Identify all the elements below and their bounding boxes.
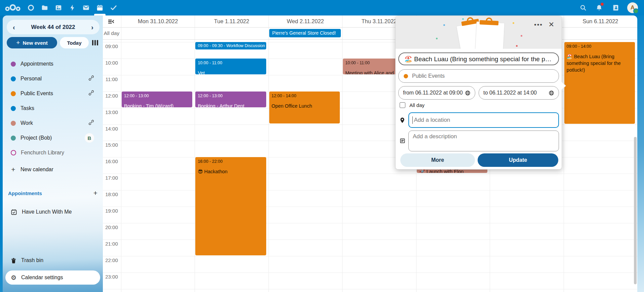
week-navigation: ‹ Week 44 of 2022 › xyxy=(7,20,99,34)
hour-label: 16:00 xyxy=(103,158,120,164)
close-icon[interactable]: ✕ xyxy=(548,21,554,28)
calendar-color-dot xyxy=(11,76,16,81)
calendar-label: Fenchurch Library xyxy=(21,150,64,156)
calendar-settings-button[interactable]: ⚙ Calendar settings xyxy=(5,270,100,285)
timezone-globe-icon[interactable] xyxy=(465,90,471,96)
app-tasks-icon[interactable] xyxy=(107,0,120,15)
sidebar-calendar-work[interactable]: Work xyxy=(3,116,103,131)
calendar-label: Personal xyxy=(21,76,42,82)
calendar-select-value: Public Events xyxy=(412,73,445,79)
allday-checkbox[interactable] xyxy=(400,102,405,108)
location-input[interactable] xyxy=(413,116,555,124)
previous-week-button[interactable]: ‹ xyxy=(11,24,16,31)
calendar-event[interactable]: 09:00 - 14:00🏖️ Beach Luau (Bring someth… xyxy=(564,42,635,124)
calendar-event[interactable]: 12:00 - 13:00Booking - Tim (Wizard) xyxy=(122,92,192,107)
next-week-button[interactable]: › xyxy=(90,24,95,31)
calendar-label: Appointments xyxy=(21,61,53,67)
nextcloud-logo[interactable] xyxy=(4,0,22,15)
calendar-event[interactable]: 10:00 - 11:00Vet xyxy=(195,59,266,74)
start-date-field[interactable]: from 06.11.2022 at 09:00 xyxy=(398,86,475,100)
calendar-event[interactable]: 16:00 - 22:00😎 Hackathon xyxy=(195,157,266,255)
share-link-icon[interactable] xyxy=(88,75,94,82)
sidebar-calendar-tasks[interactable]: Tasks xyxy=(3,101,103,116)
search-icon[interactable] xyxy=(576,0,590,15)
hour-label: 20:00 xyxy=(103,224,120,230)
shared-by-avatar: B xyxy=(85,133,94,143)
share-link-icon[interactable] xyxy=(88,120,94,127)
trash-icon xyxy=(11,257,16,264)
hour-label: 11:00 xyxy=(103,76,120,82)
calendar-event[interactable]: 12:00 - 14:00Open Office Lunch xyxy=(269,92,340,124)
nextcloud-calendar-page: A ‹ Week 44 of 2022 › + New event Today … xyxy=(0,0,644,292)
popup-illustration-header: ••• ✕ xyxy=(396,16,562,49)
calendar-label: Public Events xyxy=(21,90,53,97)
plus-icon: + xyxy=(11,166,16,174)
view-columns-icon[interactable] xyxy=(91,39,99,46)
hour-label: 14:00 xyxy=(103,126,120,132)
contacts-icon[interactable] xyxy=(609,0,622,15)
hour-label: 15:00 xyxy=(103,142,120,148)
sidebar-calendar-fenchurch-library[interactable]: Fenchurch Library xyxy=(3,145,103,160)
week-title[interactable]: Week 44 of 2022 xyxy=(31,24,75,31)
calendar-color-dot xyxy=(11,150,16,155)
end-date-field[interactable]: to 06.11.2022 at 14:00 xyxy=(479,86,559,100)
more-options-icon[interactable]: ••• xyxy=(534,22,543,28)
hour-label: 22:00 xyxy=(103,257,120,263)
trash-bin-item[interactable]: Trash bin xyxy=(3,253,103,268)
calendar-event[interactable]: 12:00 - 13:00Booking - Arthur Dent xyxy=(195,92,266,107)
location-pin-icon xyxy=(399,117,406,125)
calendar-label: Work xyxy=(21,120,33,126)
allday-event[interactable]: Pierre's General Store Closed! xyxy=(269,29,341,37)
description-input[interactable] xyxy=(412,133,555,140)
app-photos-icon[interactable] xyxy=(52,0,65,15)
event-edit-popup: ••• ✕ Public Events from 06.11.2022 at 0… xyxy=(395,16,562,170)
hour-label: 13:00 xyxy=(103,109,120,115)
sidebar-calendar-appointments[interactable]: Appointments xyxy=(3,57,103,71)
calendar-label: Project (Bob) xyxy=(21,135,52,141)
notifications-bell-icon[interactable] xyxy=(592,0,606,15)
sidebar-calendar-project-bob-[interactable]: Project (Bob)B xyxy=(3,131,103,145)
share-link-icon[interactable] xyxy=(88,90,94,97)
sidebar-calendar-public-events[interactable]: Public Events xyxy=(3,86,103,101)
app-files-folder-icon[interactable] xyxy=(38,0,51,15)
description-icon xyxy=(399,138,406,145)
today-button[interactable]: Today xyxy=(60,37,89,48)
section-title: Appointments xyxy=(8,190,42,196)
hour-label: 17:00 xyxy=(103,175,120,181)
calendar-label: Tasks xyxy=(21,105,34,111)
hour-label: 21:00 xyxy=(103,241,120,247)
allday-checkbox-row[interactable]: All day xyxy=(400,102,425,108)
notification-badge xyxy=(601,3,604,6)
calendar-check-icon xyxy=(11,209,17,215)
hour-label: 23:00 xyxy=(103,274,120,280)
timezone-globe-icon[interactable] xyxy=(549,90,554,96)
vertical-scrollbar-thumb[interactable] xyxy=(634,137,637,284)
appointment-item[interactable]: Have Lunch With Me xyxy=(3,205,103,219)
event-title-field xyxy=(398,52,559,65)
location-field xyxy=(408,112,559,128)
more-button[interactable]: More xyxy=(400,153,475,167)
app-activity-icon[interactable] xyxy=(66,0,79,15)
top-bar: A xyxy=(0,0,644,15)
app-mail-icon[interactable] xyxy=(79,0,93,15)
hour-label: 18:00 xyxy=(103,191,120,197)
add-appointment-config-button[interactable]: + xyxy=(93,189,97,197)
text-cursor xyxy=(412,116,413,124)
user-avatar[interactable]: A xyxy=(625,0,640,15)
calendar-color-dot xyxy=(11,106,16,111)
description-field xyxy=(408,131,559,151)
hour-label: 10:00 xyxy=(103,60,120,66)
new-event-button[interactable]: + New event xyxy=(7,37,57,48)
online-status-dot xyxy=(633,8,639,14)
update-button[interactable]: Update xyxy=(478,153,558,167)
sidebar-calendar-personal[interactable]: Personal xyxy=(3,71,103,86)
app-dashboard-icon[interactable] xyxy=(24,0,38,15)
calendar-list: AppointmentsPersonalPublic EventsTasksWo… xyxy=(3,57,103,160)
new-calendar-button[interactable]: + New calendar xyxy=(3,162,103,177)
event-title-input[interactable] xyxy=(404,55,554,63)
app-calendar-icon[interactable] xyxy=(93,0,107,15)
calendar-color-dot xyxy=(11,91,16,96)
calendar-color-dot xyxy=(11,136,16,141)
calendar-select[interactable]: Public Events xyxy=(398,69,559,83)
calendar-event[interactable]: 09:00 - 09:30 - Workflow Discussion xyxy=(195,42,266,49)
